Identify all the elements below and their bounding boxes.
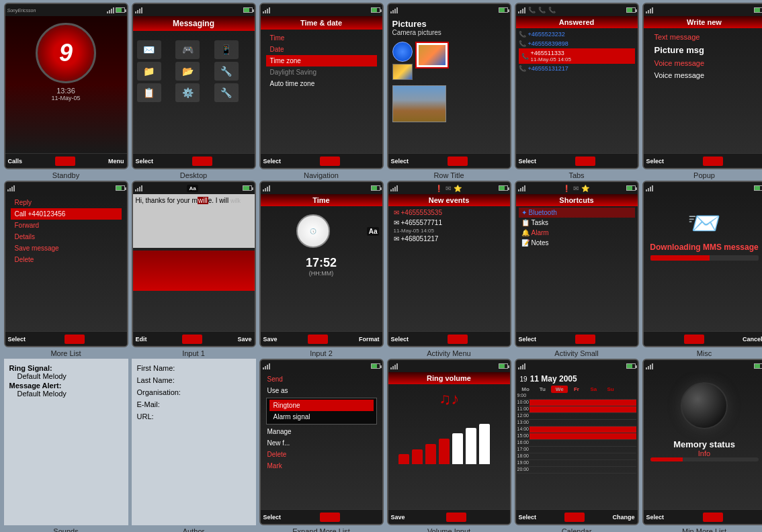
select-btn[interactable]: Select (136, 158, 154, 165)
reply-item[interactable]: Reply (11, 197, 122, 208)
voice-msg-2[interactable]: Voice message (649, 69, 760, 81)
select-btn[interactable]: Select (646, 158, 665, 165)
menu-icon-1[interactable]: ✉️ (137, 40, 161, 59)
date-item[interactable]: Date (266, 44, 377, 55)
center-btn[interactable] (65, 335, 85, 344)
send-item[interactable]: Send (263, 373, 380, 385)
standby-date: 11-May-05 (5, 95, 127, 101)
picture-msg[interactable]: Picture msg (649, 43, 760, 57)
call-item[interactable]: Call +440123456 (11, 208, 122, 220)
save-btn[interactable]: Save (391, 514, 405, 521)
standby-screen: 9 13:36 11-May-05 (5, 16, 127, 153)
auto-item[interactable]: Auto time zone (266, 78, 377, 89)
center-btn[interactable] (448, 157, 468, 166)
tab-icon-3[interactable]: 📞 (548, 7, 556, 13)
select-btn[interactable]: Select (8, 336, 26, 343)
select-btn[interactable]: Select (519, 336, 537, 343)
alarm-signal-item[interactable]: Alarm signal (269, 411, 374, 423)
menu-icon-9[interactable]: 🔧 (214, 83, 239, 102)
mark-item[interactable]: Mark (263, 460, 380, 472)
ringtone-item[interactable]: Ringtone (269, 400, 374, 411)
center-btn[interactable] (182, 335, 202, 344)
change-btn[interactable]: Change (612, 514, 634, 521)
voice-msg-1[interactable]: Voice message (649, 57, 760, 69)
menu-icon-8[interactable]: ⚙️ (175, 83, 200, 102)
cancel-btn[interactable]: Cancel (743, 336, 762, 343)
details-item[interactable]: Details (11, 231, 122, 242)
center-btn[interactable] (320, 513, 340, 522)
events-list: ✉ +4655553535 ✉ +4655577711 11-May-05 14… (388, 206, 510, 245)
center-btn[interactable] (446, 513, 466, 522)
tab-icon-1[interactable]: 📞 (528, 7, 536, 13)
download-fill (650, 255, 710, 261)
center-btn[interactable] (564, 513, 585, 522)
t16: 16:00 (517, 440, 530, 446)
tabs-header: 📞 📞 📞 (516, 4, 638, 16)
center-btn[interactable] (448, 335, 468, 344)
signal-bars (646, 7, 653, 13)
center-btn[interactable] (55, 157, 75, 166)
center-btn[interactable] (575, 335, 595, 344)
dst-item[interactable]: Daylight Saving (266, 66, 377, 78)
select-btn[interactable]: Select (519, 158, 537, 165)
select-btn[interactable]: Select (519, 514, 537, 521)
timezone-item[interactable]: Time zone (266, 55, 377, 66)
menu-icon-2[interactable]: 🎮 (175, 40, 200, 59)
delete-item[interactable]: Delete (263, 449, 380, 460)
menu-grid: ✉️ 🎮 📱 📁 📂 🔧 📋 ⚙️ 🔧 (133, 36, 255, 106)
am-header: ❗ ✉ ⭐ (388, 182, 510, 194)
center-btn[interactable] (308, 335, 328, 344)
alarm-item[interactable]: 🔔 Alarm (519, 228, 635, 238)
block-13 (530, 420, 636, 426)
phone-input2: Time 🕔 Aa 17:52 (HH:MM) Save Format (259, 181, 384, 347)
center-btn[interactable] (703, 513, 723, 522)
photo-thumb (392, 64, 413, 80)
select-btn[interactable]: Select (391, 158, 409, 165)
label-activity-small: Activity Small (554, 349, 598, 357)
bluetooth-item[interactable]: ✦ Bluetooth (519, 208, 635, 218)
center-btn[interactable] (192, 157, 212, 166)
edit-btn[interactable]: Edit (136, 336, 147, 343)
menu-icon-7[interactable]: 📋 (137, 83, 161, 102)
select-btn[interactable]: Select (263, 514, 282, 521)
photo-inner (419, 45, 446, 65)
menu-btn[interactable]: Menu (108, 158, 124, 165)
phone-expand-more-list: Send Use as Ringtone Alarm signal Manage… (259, 359, 384, 525)
manage-item[interactable]: Manage (263, 426, 380, 437)
menu-icon-6[interactable]: 🔧 (214, 62, 239, 81)
format-btn[interactable]: Format (359, 336, 380, 343)
time-item[interactable]: Time (266, 32, 377, 44)
center-btn[interactable] (703, 157, 723, 166)
notes-item[interactable]: 📝 Notes (519, 238, 635, 248)
select-btn[interactable]: Select (391, 336, 409, 343)
new-folder-item[interactable]: New f... (263, 437, 380, 449)
label-author: Author (183, 527, 204, 532)
save-btn[interactable]: Save (237, 336, 251, 343)
select-btn[interactable]: Select (263, 158, 282, 165)
tasks-item[interactable]: 📋 Tasks (519, 218, 635, 228)
photo-left (392, 42, 413, 80)
ring-signal-value: Default Melody (9, 372, 67, 380)
am-screen: New events ✉ +4655553535 ✉ +4655577711 1… (388, 194, 510, 331)
text-msg[interactable]: Text message (649, 31, 760, 43)
menu-icon-4[interactable]: 📁 (137, 62, 161, 81)
menu-icon-5[interactable]: 📂 (175, 62, 200, 81)
center-btn[interactable] (320, 157, 340, 166)
tab-icon-2[interactable]: 📞 (538, 7, 546, 13)
text-input[interactable]: Hi, thanks for your mwille. I will wilk (133, 194, 255, 248)
call-1: 📞 +4655523232 (519, 30, 635, 39)
menu-icon-3[interactable]: 📱 (214, 40, 239, 59)
cell-expand-more-list: Send Use as Ringtone Alarm signal Manage… (258, 359, 384, 532)
select-btn[interactable]: Select (646, 514, 665, 521)
save-btn[interactable]: Save (263, 336, 278, 343)
use-as-item[interactable]: Use as (263, 385, 380, 396)
delete-item[interactable]: Delete (11, 254, 122, 265)
label-min-more-list: Min More List (682, 527, 726, 532)
calls-btn[interactable]: Calls (8, 158, 23, 165)
messaging-title: Messaging (133, 16, 255, 31)
center-btn[interactable] (575, 157, 595, 166)
slot-14: 14:00 (517, 427, 636, 433)
forward-item[interactable]: Forward (11, 220, 122, 231)
center-btn[interactable] (684, 335, 704, 344)
save-msg-item[interactable]: Save message (11, 242, 122, 254)
